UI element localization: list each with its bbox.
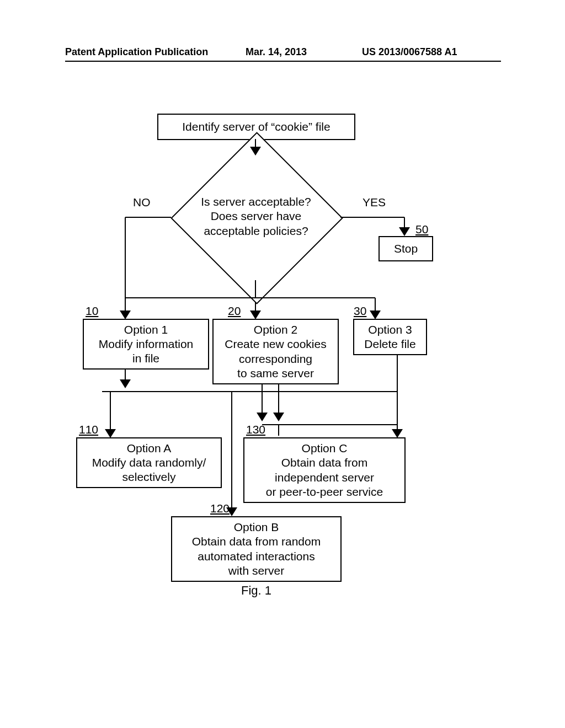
- header-left: Patent Application Publication: [65, 46, 208, 58]
- decision-text: Is server acceptable? Does server have a…: [190, 195, 322, 238]
- header-rule: [65, 61, 501, 62]
- label-no: NO: [133, 196, 151, 209]
- option1-text: Option 1 Modify information in file: [99, 323, 194, 366]
- optionC-text: Option C Obtain data from independent se…: [266, 441, 383, 499]
- optionB-text: Option B Obtain data from random automat…: [192, 520, 321, 578]
- patent-page: Patent Application Publication Mar. 14, …: [0, 0, 565, 728]
- stop-text: Stop: [394, 242, 418, 256]
- ref-120: 120: [210, 502, 230, 515]
- optionA-text: Option A Modify data randomly/ selective…: [92, 441, 206, 485]
- option1-box: Option 1 Modify information in file: [83, 319, 209, 370]
- option3-box: Option 3 Delete file: [353, 319, 427, 355]
- ref-110: 110: [79, 423, 98, 436]
- optionA-box: Option A Modify data randomly/ selective…: [76, 437, 222, 488]
- header-pubno: US 2013/0067588 A1: [362, 46, 457, 58]
- label-yes: YES: [363, 196, 386, 209]
- optionC-box: Option C Obtain data from independent se…: [243, 437, 406, 503]
- figure-caption: Fig. 1: [241, 584, 271, 598]
- option2-box: Option 2 Create new cookies correspondin…: [212, 319, 339, 384]
- ref-130: 130: [246, 423, 265, 436]
- ref-10: 10: [86, 304, 98, 318]
- ref-30: 30: [354, 304, 366, 318]
- header-date: Mar. 14, 2013: [246, 46, 307, 58]
- stop-box: Stop: [379, 236, 433, 261]
- option3-text: Option 3 Delete file: [364, 323, 415, 352]
- option2-text: Option 2 Create new cookies correspondin…: [225, 323, 326, 381]
- optionB-box: Option B Obtain data from random automat…: [171, 516, 342, 582]
- ref-20: 20: [228, 304, 241, 318]
- ref-50: 50: [415, 223, 428, 236]
